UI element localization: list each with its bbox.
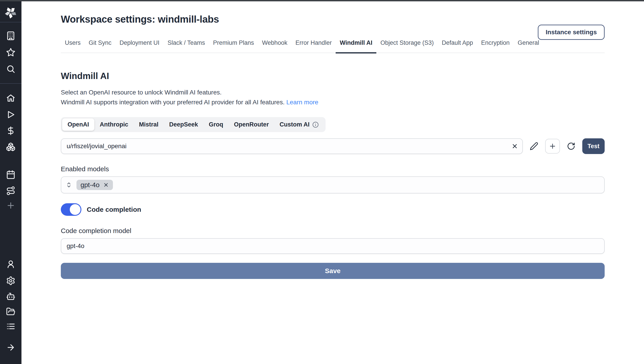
route-icon	[6, 186, 16, 196]
sidebar-item-settings[interactable]	[4, 274, 18, 288]
sidebar-item-workers[interactable]	[4, 289, 18, 304]
tab-users[interactable]: Users	[61, 39, 85, 54]
toggle-knob	[70, 204, 80, 215]
plus-icon	[549, 142, 556, 150]
code-completion-toggle[interactable]	[61, 203, 82, 216]
add-resource-button[interactable]	[545, 139, 560, 153]
sidebar-item-schedules[interactable]	[4, 167, 18, 182]
main-area: Workspace settings: windmill-labs Instan…	[22, 1, 644, 364]
search-icon	[6, 64, 16, 74]
page-title: Workspace settings: windmill-labs	[61, 14, 605, 25]
window-top-edge	[0, 0, 644, 1]
sidebar-item-logs[interactable]	[4, 319, 18, 333]
openai-resource-row: Test	[61, 138, 605, 154]
refresh-resource-button[interactable]	[565, 140, 577, 152]
sidebar-item-workspace[interactable]	[4, 29, 18, 43]
section-description-1: Select an OpenAI resource to unlock Wind…	[61, 88, 605, 97]
user-icon	[6, 259, 16, 269]
settings-tabs: Users Git Sync Deployment UI Slack / Tea…	[61, 39, 605, 53]
edit-resource-button[interactable]	[528, 140, 540, 152]
test-button[interactable]: Test	[582, 138, 605, 154]
provider-anthropic[interactable]: Anthropic	[94, 118, 134, 131]
close-icon	[512, 143, 518, 149]
tab-windmill-ai[interactable]: Windmill AI	[336, 39, 376, 54]
sidebar-item-runs[interactable]	[4, 107, 18, 122]
provider-custom-ai[interactable]: Custom AI	[274, 118, 324, 131]
openai-resource-input[interactable]	[61, 138, 523, 154]
remove-model-tag-button[interactable]	[103, 182, 109, 188]
chevrons-up-down-icon[interactable]	[66, 182, 72, 188]
provider-openrouter[interactable]: OpenRouter	[228, 118, 274, 131]
list-icon	[6, 322, 16, 331]
tab-deployment-ui[interactable]: Deployment UI	[116, 39, 164, 54]
tab-object-storage[interactable]: Object Storage (S3)	[376, 39, 438, 54]
code-completion-model-label: Code completion model	[61, 227, 605, 235]
instance-settings-button[interactable]: Instance settings	[538, 25, 605, 40]
learn-more-link[interactable]: Learn more	[286, 99, 318, 106]
boxes-icon	[6, 142, 16, 151]
sidebar-item-folders[interactable]	[4, 304, 18, 319]
section-description-2: Windmill AI supports integration with yo…	[61, 97, 605, 107]
tab-general[interactable]: General	[514, 39, 543, 54]
enabled-models-select[interactable]: gpt-4o	[61, 176, 605, 194]
sidebar-item-usage[interactable]	[4, 124, 18, 138]
plus-icon	[6, 201, 16, 210]
pencil-icon	[530, 142, 538, 150]
clear-resource-button[interactable]	[510, 141, 520, 151]
tab-error-handler[interactable]: Error Handler	[291, 39, 336, 54]
provider-mistral[interactable]: Mistral	[134, 118, 164, 131]
windmill-logo[interactable]	[4, 6, 17, 19]
tab-slack-teams[interactable]: Slack / Teams	[164, 39, 209, 54]
tab-default-app[interactable]: Default App	[438, 39, 477, 54]
arrow-right-icon	[6, 343, 16, 352]
tab-encryption[interactable]: Encryption	[477, 39, 514, 54]
enabled-models-label: Enabled models	[61, 165, 605, 173]
provider-deepseek[interactable]: DeepSeek	[164, 118, 204, 131]
folder-open-icon	[6, 307, 16, 316]
section-title: Windmill AI	[61, 70, 605, 82]
sidebar-divider	[0, 83, 22, 84]
sidebar-collapse[interactable]	[4, 340, 18, 354]
sidebar-divider	[0, 22, 22, 22]
tab-git-sync[interactable]: Git Sync	[85, 39, 116, 54]
sidebar-item-account[interactable]	[4, 257, 18, 271]
dollar-icon	[6, 126, 16, 135]
refresh-icon	[567, 142, 575, 150]
tab-premium-plans[interactable]: Premium Plans	[209, 39, 258, 54]
star-icon	[6, 48, 16, 57]
sidebar-item-routes[interactable]	[4, 184, 18, 198]
sidebar	[0, 0, 22, 364]
code-completion-model-input[interactable]	[61, 238, 605, 254]
sidebar-item-search[interactable]	[4, 62, 18, 76]
close-icon	[103, 182, 109, 188]
info-icon	[312, 121, 319, 128]
bot-icon	[6, 292, 16, 301]
play-icon	[6, 110, 16, 119]
provider-groq[interactable]: Groq	[204, 118, 229, 131]
code-completion-label: Code completion	[87, 206, 141, 213]
sidebar-item-favorites[interactable]	[4, 45, 18, 60]
sidebar-item-resources[interactable]	[4, 140, 18, 154]
tab-webhook[interactable]: Webhook	[258, 39, 292, 54]
sidebar-item-add[interactable]	[4, 198, 18, 213]
ai-provider-tabs: OpenAI Anthropic Mistral DeepSeek Groq O…	[61, 117, 326, 132]
sidebar-item-home[interactable]	[4, 91, 18, 105]
app-window: Workspace settings: windmill-labs Instan…	[0, 0, 644, 364]
provider-openai[interactable]: OpenAI	[62, 118, 94, 131]
building-icon	[6, 31, 16, 41]
code-completion-row: Code completion	[61, 203, 605, 216]
save-button[interactable]: Save	[61, 263, 605, 279]
home-icon	[6, 93, 16, 103]
gear-icon	[6, 276, 16, 285]
model-tag: gpt-4o	[76, 180, 113, 190]
calendar-icon	[6, 170, 16, 179]
